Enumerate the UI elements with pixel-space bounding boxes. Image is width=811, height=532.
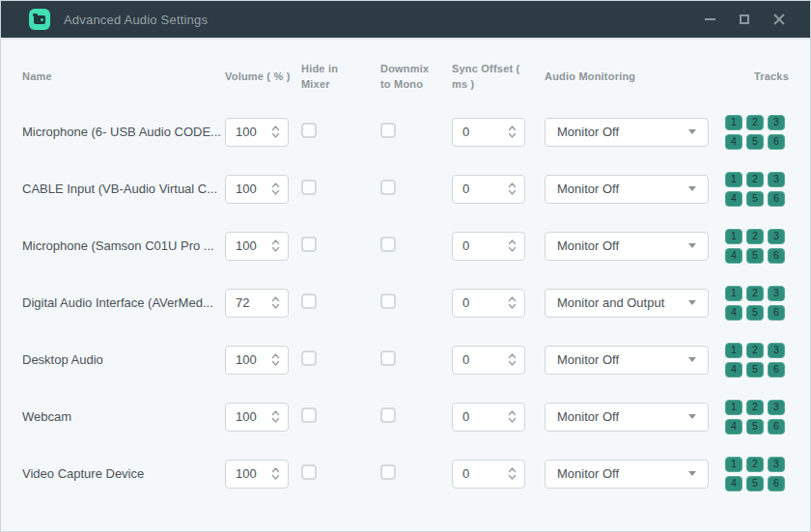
spinner-arrows-icon[interactable] <box>508 238 517 253</box>
track-toggle-button[interactable]: 3 <box>768 343 785 358</box>
spinner-arrows-icon[interactable] <box>271 409 280 424</box>
audio-monitoring-select[interactable]: Monitor Off <box>545 346 709 375</box>
track-toggle-button[interactable]: 3 <box>768 172 785 187</box>
track-toggle-button[interactable]: 1 <box>725 172 742 187</box>
spinner-arrows-icon[interactable] <box>271 466 280 481</box>
track-toggle-button[interactable]: 3 <box>768 457 785 472</box>
spinner-arrows-icon[interactable] <box>508 409 517 424</box>
track-toggle-button[interactable]: 5 <box>746 191 764 207</box>
track-toggle-button[interactable]: 1 <box>725 115 742 130</box>
sync-offset-input[interactable]: 0 <box>452 346 525 375</box>
source-name: Digital Audio Interface (AVerMed... <box>22 295 225 310</box>
spinner-arrows-icon[interactable] <box>271 352 280 367</box>
spinner-arrows-icon[interactable] <box>508 466 517 481</box>
volume-input[interactable]: 72 <box>225 289 289 318</box>
track-toggle-button[interactable]: 1 <box>725 400 742 415</box>
track-toggle-button[interactable]: 2 <box>746 229 764 244</box>
track-toggle-button[interactable]: 6 <box>768 191 785 207</box>
track-toggle-button[interactable]: 1 <box>725 229 742 244</box>
downmix-to-mono-checkbox[interactable] <box>380 350 396 366</box>
header-sync-offset: Sync Offset ( ms ) <box>452 61 535 93</box>
track-toggle-button[interactable]: 4 <box>725 476 742 491</box>
audio-monitoring-select[interactable]: Monitor Off <box>545 118 709 147</box>
track-toggle-button[interactable]: 1 <box>725 343 742 358</box>
source-name: Video Capture Device <box>22 466 225 481</box>
sync-offset-input[interactable]: 0 <box>452 460 525 489</box>
volume-input[interactable]: 100 <box>225 346 289 375</box>
downmix-to-mono-checkbox[interactable] <box>380 464 396 480</box>
track-toggle-button[interactable]: 3 <box>768 286 785 301</box>
spinner-arrows-icon[interactable] <box>271 182 280 196</box>
hide-in-mixer-checkbox[interactable] <box>301 123 317 138</box>
track-toggle-button[interactable]: 1 <box>725 457 742 472</box>
volume-input[interactable]: 100 <box>225 232 289 261</box>
spinner-arrows-icon[interactable] <box>271 238 280 253</box>
downmix-to-mono-checkbox[interactable] <box>380 180 396 195</box>
track-toggle-button[interactable]: 6 <box>768 134 785 150</box>
audio-monitoring-select[interactable]: Monitor Off <box>545 460 709 489</box>
hide-in-mixer-checkbox[interactable] <box>301 294 317 309</box>
sync-offset-input[interactable]: 0 <box>452 118 525 147</box>
track-toggle-button[interactable]: 6 <box>768 248 785 264</box>
track-toggle-button[interactable]: 4 <box>725 134 742 150</box>
sync-offset-input[interactable]: 0 <box>452 232 525 261</box>
track-toggle-button[interactable]: 5 <box>746 248 764 264</box>
track-toggle-button[interactable]: 6 <box>768 476 785 491</box>
downmix-to-mono-checkbox[interactable] <box>380 407 396 423</box>
track-toggle-button[interactable]: 5 <box>746 419 764 434</box>
track-toggle-button[interactable]: 2 <box>746 115 764 130</box>
audio-monitoring-select[interactable]: Monitor Off <box>545 403 709 432</box>
track-toggle-button[interactable]: 2 <box>746 343 764 358</box>
spinner-arrows-icon[interactable] <box>508 295 517 310</box>
track-toggle-button[interactable]: 5 <box>746 362 764 378</box>
downmix-to-mono-checkbox[interactable] <box>380 123 396 138</box>
track-toggle-button[interactable]: 4 <box>725 305 742 321</box>
track-toggle-button[interactable]: 4 <box>725 248 742 264</box>
maximize-button[interactable] <box>731 6 758 33</box>
spinner-arrows-icon[interactable] <box>508 125 517 139</box>
hide-in-mixer-checkbox[interactable] <box>301 180 317 195</box>
header-downmix-to-mono: Downmix to Mono <box>380 61 442 93</box>
track-toggle-button[interactable]: 2 <box>746 457 764 472</box>
sync-offset-input[interactable]: 0 <box>452 289 525 318</box>
track-toggle-button[interactable]: 6 <box>768 305 785 321</box>
sync-offset-value: 0 <box>462 409 469 424</box>
audio-monitoring-select[interactable]: Monitor and Output <box>545 289 709 318</box>
track-toggle-button[interactable]: 1 <box>725 286 742 301</box>
volume-input[interactable]: 100 <box>225 403 289 432</box>
spinner-arrows-icon[interactable] <box>271 125 280 139</box>
sync-offset-input[interactable]: 0 <box>452 403 525 432</box>
track-toggle-button[interactable]: 2 <box>746 286 764 301</box>
hide-in-mixer-checkbox[interactable] <box>301 464 317 480</box>
spinner-arrows-icon[interactable] <box>271 295 280 310</box>
hide-in-mixer-checkbox[interactable] <box>301 407 317 423</box>
volume-input[interactable]: 100 <box>225 118 289 147</box>
track-toggle-button[interactable]: 4 <box>725 362 742 378</box>
close-button[interactable] <box>766 6 793 33</box>
hide-in-mixer-checkbox[interactable] <box>301 350 317 366</box>
track-toggle-button[interactable]: 3 <box>768 115 785 130</box>
track-toggle-button[interactable]: 2 <box>746 172 764 187</box>
downmix-to-mono-checkbox[interactable] <box>380 294 396 309</box>
track-toggle-button[interactable]: 5 <box>746 305 764 321</box>
track-toggle-button[interactable]: 5 <box>746 134 764 150</box>
track-toggle-button[interactable]: 4 <box>725 191 742 207</box>
hide-in-mixer-checkbox[interactable] <box>301 237 317 252</box>
header-tracks: Tracks <box>754 69 789 85</box>
spinner-arrows-icon[interactable] <box>508 182 517 196</box>
volume-input[interactable]: 100 <box>225 175 289 204</box>
audio-monitoring-select[interactable]: Monitor Off <box>545 232 709 261</box>
track-toggle-button[interactable]: 6 <box>768 419 785 434</box>
track-toggle-button[interactable]: 2 <box>746 400 764 415</box>
audio-monitoring-select[interactable]: Monitor Off <box>545 175 709 204</box>
track-toggle-button[interactable]: 6 <box>768 362 785 378</box>
track-toggle-button[interactable]: 5 <box>746 476 764 491</box>
sync-offset-input[interactable]: 0 <box>452 175 525 204</box>
downmix-to-mono-checkbox[interactable] <box>380 237 396 252</box>
track-toggle-button[interactable]: 4 <box>725 419 742 434</box>
minimize-button[interactable] <box>696 6 723 33</box>
track-toggle-button[interactable]: 3 <box>768 400 785 415</box>
volume-input[interactable]: 100 <box>225 460 289 489</box>
spinner-arrows-icon[interactable] <box>508 352 517 367</box>
track-toggle-button[interactable]: 3 <box>768 229 785 244</box>
